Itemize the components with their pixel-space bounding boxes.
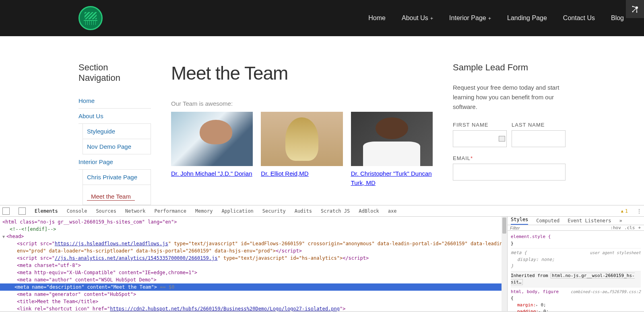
- main-content: Meet the Team Our Team is awesome: Dr. J…: [163, 62, 441, 205]
- primary-nav: Home About Us + Interior Page + Landing …: [368, 14, 624, 22]
- styles-tab-listeners[interactable]: Event Listeners: [568, 218, 611, 224]
- svg-point-5: [632, 11, 633, 12]
- member-name-link[interactable]: Dr. Christopher "Turk" Duncan Turk, MD: [351, 170, 432, 186]
- member-photo: [171, 112, 253, 166]
- form-description: Request your free demo today and start l…: [453, 83, 566, 112]
- svg-line-2: [633, 8, 637, 12]
- inspect-icon[interactable]: [2, 207, 10, 215]
- team-grid: Dr. John Michael "J.D." Dorian Dr. Ellio…: [171, 112, 433, 187]
- hubspot-icon[interactable]: [626, 0, 644, 18]
- sidebar-item-novdemo[interactable]: Nov Demo Page: [83, 139, 151, 154]
- section-navigation: Section Navigation Home About Us Stylegu…: [78, 62, 151, 205]
- styles-tab-styles[interactable]: Styles: [511, 217, 528, 225]
- member-photo: [261, 112, 343, 166]
- devtools-tabs: Elements Console Sources Network Perform…: [0, 205, 644, 217]
- last-name-input[interactable]: [512, 130, 566, 147]
- nav-about[interactable]: About Us +: [402, 14, 433, 22]
- hov-toggle[interactable]: :hov: [610, 225, 621, 230]
- selected-element: <meta name="description" content="Meet t…: [0, 283, 507, 291]
- warning-badge[interactable]: 1: [621, 208, 628, 214]
- add-rule[interactable]: +: [638, 225, 641, 230]
- member-name-link[interactable]: Dr. John Michael "J.D." Dorian: [171, 170, 252, 177]
- tab-application[interactable]: Application: [221, 208, 253, 214]
- styles-panel: Styles Computed Event Listeners » :hov .…: [507, 217, 644, 311]
- team-member: Dr. Elliot Reid,MD: [261, 112, 343, 187]
- styles-tab-more[interactable]: »: [619, 218, 622, 224]
- tab-security[interactable]: Security: [262, 208, 286, 214]
- devtools-panel: Elements Console Sources Network Perform…: [0, 205, 644, 312]
- tab-network[interactable]: Network: [125, 208, 146, 214]
- tab-scratchjs[interactable]: Scratch JS: [321, 208, 350, 214]
- email-label: EMAIL*: [453, 155, 566, 161]
- member-name-link[interactable]: Dr. Elliot Reid,MD: [261, 170, 308, 177]
- sidebar-item-home[interactable]: Home: [78, 93, 151, 108]
- member-photo: [351, 112, 433, 166]
- svg-point-6: [636, 11, 637, 12]
- nav-home[interactable]: Home: [368, 14, 386, 22]
- sidebar-item-meetteam[interactable]: Meet the Team: [87, 189, 135, 201]
- svg-point-4: [632, 6, 633, 7]
- site-logo[interactable]: [78, 6, 103, 30]
- lead-form: Sample Lead Form Request your free demo …: [453, 62, 566, 205]
- page-content: Section Navigation Home About Us Stylegu…: [0, 36, 644, 205]
- tab-performance[interactable]: Performance: [155, 208, 186, 214]
- site-header: Home About Us + Interior Page + Landing …: [0, 0, 644, 36]
- team-member: Dr. Christopher "Turk" Duncan Turk, MD: [351, 112, 433, 187]
- styles-filter-input[interactable]: [508, 226, 607, 230]
- device-toggle-icon[interactable]: [19, 207, 26, 215]
- sidebar-item-interior[interactable]: Interior Page: [78, 154, 151, 169]
- tab-console[interactable]: Console: [67, 208, 87, 214]
- sidebar-item-chris[interactable]: Chris Private Page: [83, 170, 151, 185]
- nav-contact[interactable]: Contact Us: [563, 14, 595, 22]
- devtools-more-icon[interactable]: ⋮: [637, 208, 642, 214]
- page-title: Meet the Team: [171, 62, 433, 84]
- tab-elements[interactable]: Elements: [35, 208, 58, 214]
- tab-audits[interactable]: Audits: [295, 208, 312, 214]
- scrollbar[interactable]: [502, 217, 507, 311]
- nav-interior[interactable]: Interior Page +: [449, 14, 491, 22]
- team-member: Dr. John Michael "J.D." Dorian: [171, 112, 253, 187]
- elements-source[interactable]: <html class="no-js gr__wsol-2660159_hs-s…: [0, 217, 507, 311]
- tab-memory[interactable]: Memory: [195, 208, 213, 214]
- autofill-icon: [499, 136, 505, 142]
- email-input[interactable]: [453, 164, 566, 181]
- sidebar-item-about[interactable]: About Us: [78, 109, 151, 123]
- sidebar-title: Section Navigation: [78, 62, 151, 83]
- nav-landing[interactable]: Landing Page: [507, 14, 547, 22]
- first-name-label: FIRST NAME: [453, 122, 507, 128]
- page-subtitle: Our Team is awesome:: [171, 100, 433, 107]
- cls-toggle[interactable]: .cls: [624, 225, 635, 230]
- form-title: Sample Lead Form: [453, 62, 566, 73]
- tab-axe[interactable]: axe: [388, 208, 397, 214]
- sidebar-item-styleguide[interactable]: Styleguide: [83, 124, 151, 139]
- css-rules[interactable]: element.style {} user agent stylesheet m…: [508, 231, 644, 312]
- last-name-label: LAST NAME: [512, 122, 566, 128]
- nav-blog[interactable]: Blog: [611, 14, 624, 22]
- tab-adblock[interactable]: AdBlock: [359, 208, 379, 214]
- tab-sources[interactable]: Sources: [96, 208, 116, 214]
- styles-tab-computed[interactable]: Computed: [536, 218, 559, 224]
